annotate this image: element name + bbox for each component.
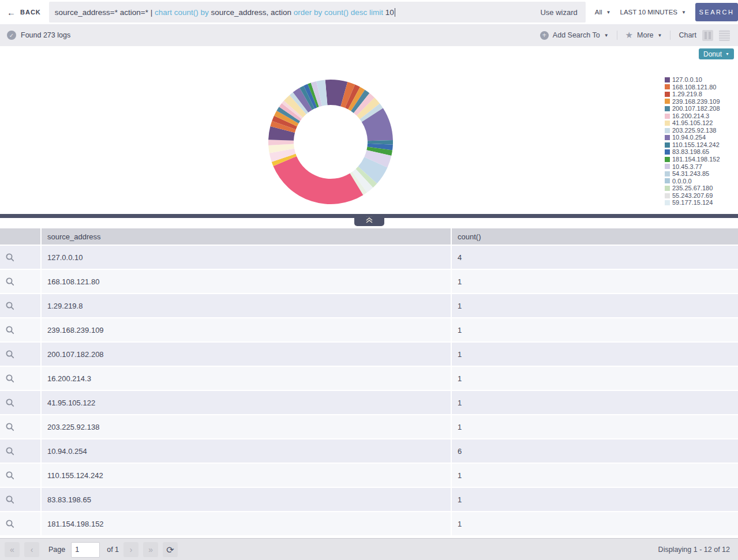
legend-label: 203.225.92.138 [672,127,716,134]
table-row[interactable]: 127.0.0.104 [0,246,738,270]
check-circle-icon: ✓ [7,31,16,40]
last-page-button[interactable]: » [143,542,158,557]
table-row[interactable]: 1.29.219.81 [0,294,738,318]
table-row[interactable]: 16.200.214.31 [0,367,738,391]
use-wizard-link[interactable]: Use wizard [540,2,577,22]
legend-item[interactable]: 239.168.239.109 [665,98,720,106]
time-range-dropdown[interactable]: LAST 10 MINUTES ▼ [620,9,685,16]
legend-swatch [665,193,670,198]
legend-swatch [665,200,670,205]
prev-page-button[interactable]: ‹ [24,542,39,557]
legend-item[interactable]: 127.0.0.10 [665,76,720,84]
cell-source-address: 203.225.92.138 [42,415,451,438]
legend-item[interactable]: 55.243.207.69 [665,192,720,200]
table-row[interactable]: 181.154.198.1521 [0,512,738,536]
table-row[interactable]: 83.83.198.651 [0,488,738,512]
legend-label: 10.94.0.254 [672,134,706,141]
legend-item[interactable]: 83.83.198.65 [665,148,720,156]
cell-count: 6 [452,439,738,463]
legend-item[interactable]: 10.94.0.254 [665,134,720,141]
legend-item[interactable]: 181.154.198.152 [665,156,720,163]
page-number-input[interactable] [71,542,100,558]
row-search-icon[interactable] [0,488,40,511]
query-segment: source_address=* action=* | [55,8,155,17]
table-row[interactable]: 168.108.121.801 [0,270,738,294]
header-cell-count[interactable]: count() [452,228,738,245]
table-row[interactable]: 239.168.239.1091 [0,318,738,343]
donut-chart[interactable] [267,78,395,206]
chart-grid-toggle-icon[interactable] [719,30,730,41]
legend-swatch [665,114,670,119]
status-bar: ✓ Found 273 logs + Add Search To ▼ ★ Mor… [0,24,738,47]
row-search-icon[interactable] [0,246,40,269]
donut-slice[interactable] [274,156,364,204]
scope-dropdown[interactable]: All ▼ [595,9,611,16]
legend-label: 110.155.124.242 [672,141,720,149]
legend-item[interactable]: 59.177.15.124 [665,199,720,206]
page-of-label: of 1 [107,546,119,554]
legend-swatch [665,128,670,133]
first-page-button[interactable]: « [5,542,20,557]
row-search-icon[interactable] [0,343,40,366]
back-button[interactable]: ← BACK [0,7,49,17]
cell-count: 1 [452,343,738,366]
more-dropdown[interactable]: ★ More ▼ [625,30,662,40]
cell-count: 1 [452,415,738,438]
row-search-icon[interactable] [0,318,40,341]
chart-label: Chart [679,31,696,39]
query-segment: order by count() desc limit [294,8,385,17]
cell-count: 4 [452,246,738,269]
query-text: source_address=* action=* | chart count(… [49,8,394,17]
chart-columns-toggle-icon[interactable] [702,30,713,41]
legend-label: 1.29.219.8 [672,91,702,98]
legend-item[interactable]: 10.45.3.77 [665,163,720,171]
legend-item[interactable]: 0.0.0.0 [665,178,720,185]
legend-item[interactable]: 110.155.124.242 [665,141,720,149]
legend-item[interactable]: 1.29.219.8 [665,91,720,98]
row-search-icon[interactable] [0,270,40,293]
cell-source-address: 200.107.182.208 [42,343,451,366]
refresh-button[interactable]: ⟳ [163,542,178,557]
row-search-icon[interactable] [0,415,40,438]
table-row[interactable]: 41.95.105.1221 [0,391,738,415]
divider [617,31,617,40]
legend-item[interactable]: 168.108.121.80 [665,84,720,91]
row-search-icon[interactable] [0,439,40,463]
search-button[interactable]: SEARCH [695,3,738,21]
chart-type-dropdown[interactable]: Donut ▼ [699,48,734,59]
legend-label: 10.45.3.77 [672,163,702,171]
add-search-to-dropdown[interactable]: + Add Search To ▼ [540,31,609,40]
legend-item[interactable]: 54.31.243.85 [665,170,720,178]
legend-item[interactable]: 200.107.182.208 [665,105,720,112]
cell-count: 1 [452,318,738,341]
table-row[interactable]: 200.107.182.2081 [0,343,738,367]
table-row[interactable]: 110.155.124.2421 [0,464,738,488]
legend-item[interactable]: 203.225.92.138 [665,127,720,134]
legend-item[interactable]: 41.95.105.122 [665,119,720,127]
row-search-icon[interactable] [0,294,40,317]
legend-label: 181.154.198.152 [672,156,720,163]
cell-count: 1 [452,488,738,511]
row-search-icon[interactable] [0,391,40,414]
legend-label: 127.0.0.10 [672,76,702,84]
collapse-chart-button[interactable]: ···· [354,216,384,226]
legend-swatch [665,186,670,191]
legend-item[interactable]: 235.25.67.180 [665,185,720,192]
row-search-icon[interactable] [0,464,40,487]
displaying-label: Displaying 1 - 12 of 12 [658,546,738,554]
legend-label: 0.0.0.0 [672,178,692,185]
legend-item[interactable]: 16.200.214.3 [665,112,720,120]
row-search-icon[interactable] [0,512,40,535]
next-page-button[interactable]: › [123,542,138,557]
table-row[interactable]: 10.94.0.2546 [0,439,738,464]
chevron-down-icon: ▼ [658,33,662,38]
cell-source-address: 1.29.219.8 [42,294,451,317]
search-query-input[interactable]: source_address=* action=* | chart count(… [49,2,586,22]
results-table-body: 127.0.0.104168.108.121.8011.29.219.81239… [0,246,738,536]
cell-count: 1 [452,270,738,293]
back-arrow-icon: ← [7,7,16,17]
cell-source-address: 83.83.198.65 [42,488,451,511]
header-cell-source-address[interactable]: source_address [42,228,451,245]
table-row[interactable]: 203.225.92.1381 [0,415,738,439]
row-search-icon[interactable] [0,367,40,390]
